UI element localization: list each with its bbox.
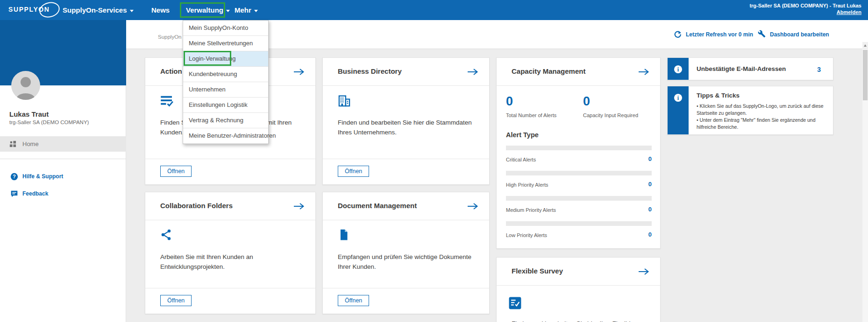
open-button-business-directory[interactable]: Öffnen: [338, 166, 369, 177]
arrow-right-icon[interactable]: [638, 68, 650, 77]
card-title-business-directory: Business Directory: [338, 67, 402, 75]
menu-item-meine-stellvertretungen[interactable]: Meine Stellvertretungen: [183, 36, 268, 51]
scroll-up-arrow-icon: [864, 44, 867, 47]
card-collaboration-folders: Collaboration Folders Arbeiten Sie mit I…: [145, 192, 316, 314]
tips-bullet-2: • Unter dem Eintrag "Mehr" finden Sie er…: [697, 117, 828, 131]
scrollbar-thumb[interactable]: [863, 50, 868, 100]
alert-value-high: 0: [648, 181, 652, 188]
stat-capacity-input-label: Capacity Input Required: [583, 112, 638, 118]
open-button-action-management[interactable]: Öffnen: [160, 166, 192, 177]
alert-value-low: 0: [648, 231, 652, 238]
home-dashboard-icon: [9, 140, 16, 149]
notice-count-badge: 3: [817, 66, 821, 73]
logo-circle: [38, 0, 61, 20]
card-document-management: Document Management Empfangen und prüfen…: [322, 192, 490, 314]
alert-label-medium: Medium Priority Alerts: [506, 207, 556, 213]
menu-item-login-verwaltung[interactable]: Login-Verwaltung: [183, 51, 268, 67]
svg-text:i: i: [677, 66, 679, 73]
svg-text:?: ?: [13, 174, 15, 179]
wrench-icon[interactable]: [758, 30, 766, 40]
arrow-right-icon[interactable]: [638, 268, 650, 277]
card-title-flexible-survey: Flexible Survey: [512, 267, 563, 275]
user-company-name: trg-Saller SA (DEMO COMPANY) - Traut Luk…: [749, 2, 861, 9]
avatar: [11, 71, 40, 100]
tips-bullet-1: • Klicken Sie auf das SupplyOn-Logo, um …: [697, 103, 828, 117]
action-list-check-icon: [160, 94, 174, 110]
arrow-right-icon[interactable]: [467, 68, 479, 77]
chevron-down-icon: [254, 10, 258, 12]
user-info-block: trg-Saller SA (DEMO COMPANY) - Traut Luk…: [749, 2, 861, 15]
card-capacity-management: Capacity Management 0 Total Number of Al…: [496, 57, 661, 249]
open-button-document-management[interactable]: Öffnen: [338, 295, 369, 306]
arrow-right-icon[interactable]: [293, 203, 305, 212]
alert-type-heading: Alert Type: [506, 131, 539, 139]
refresh-icon[interactable]: [674, 30, 682, 40]
notice-tips-and-tricks: i Tipps & Tricks • Klicken Sie auf das S…: [667, 86, 833, 135]
alert-value-critical: 0: [648, 155, 652, 162]
card-title-collaboration-folders: Collaboration Folders: [160, 202, 233, 210]
stat-total-alerts-value: 0: [506, 94, 513, 109]
menu-item-mein-supplyon-konto[interactable]: Mein SupplyOn-Konto: [183, 21, 268, 36]
user-name: Lukas Traut: [9, 110, 49, 118]
supplyon-logo[interactable]: SUPPLYON: [8, 6, 50, 13]
building-icon: [338, 94, 351, 109]
sidebar-item-home[interactable]: Home: [0, 136, 126, 152]
breadcrumb: SupplyOn: [158, 34, 182, 40]
card-description: Finden und bearbeiten Sie hier die Stamm…: [338, 118, 478, 137]
sidebar-item-label: Home: [22, 140, 39, 147]
sidebar-item-label: Feedback: [22, 190, 48, 197]
stat-total-alerts-label: Total Number of Alerts: [506, 112, 556, 118]
alert-bar-high: [506, 171, 652, 175]
alert-value-medium: 0: [648, 206, 652, 213]
menu-item-unternehmen[interactable]: Unternehmen: [183, 82, 268, 98]
share-icon: [160, 229, 172, 243]
logout-link[interactable]: Abmelden: [749, 9, 861, 15]
supplyon-dashboard: SupplyOn Letzter Refresh vor 0 min Dashb…: [0, 0, 868, 322]
nav-supplyon-services[interactable]: SupplyOn-Services: [63, 0, 134, 20]
svg-text:i: i: [677, 95, 679, 101]
feedback-icon: [10, 190, 18, 200]
stat-capacity-input-value: 0: [583, 94, 590, 109]
alert-bar-critical: [506, 146, 652, 150]
alert-label-low: Low Priority Alerts: [506, 232, 547, 238]
menu-item-kundenbetreuung[interactable]: Kundenbetreuung: [183, 67, 268, 82]
verwaltung-dropdown-menu: Mein SupplyOn-Konto Meine Stellvertretun…: [183, 20, 269, 144]
sidebar-item-help-support[interactable]: ? Hilfe & Support: [0, 172, 126, 183]
last-refresh-link[interactable]: Letzter Refresh vor 0 min: [686, 31, 753, 38]
card-description: Empfangen und prüfen Sie wichtige Dokume…: [338, 252, 478, 272]
menu-item-einstellungen-logistik[interactable]: Einstellungen Logistik: [183, 98, 268, 113]
arrow-right-icon[interactable]: [467, 203, 479, 212]
scrollbar-up-button[interactable]: [862, 42, 868, 49]
sidebar-item-feedback[interactable]: Feedback: [0, 189, 126, 200]
notice-unconfirmed-emails[interactable]: i Unbestätigte E-Mail-Adressen 3: [667, 57, 833, 80]
vertical-scrollbar[interactable]: [862, 42, 868, 322]
info-icon: i: [674, 65, 683, 76]
card-flexible-survey: Flexible Survey Finden und bearbeiten Si…: [496, 257, 661, 322]
alert-bar-low: [506, 221, 652, 226]
sidebar: Lukas Traut trg-Saller SA (DEMO COMPANY)…: [0, 20, 126, 322]
nav-mehr[interactable]: Mehr: [235, 0, 258, 20]
arrow-right-icon[interactable]: [293, 68, 305, 77]
card-business-directory: Business Directory Finden und bearbeiten…: [322, 57, 490, 185]
chevron-down-icon: [130, 10, 134, 12]
edit-dashboard-link[interactable]: Dashboard bearbeiten: [770, 31, 829, 38]
menu-item-meine-benutzer-administratoren[interactable]: Meine Benutzer-Administratoren: [183, 128, 268, 144]
help-icon: ?: [10, 173, 18, 182]
menu-item-vertrag-rechnung[interactable]: Vertrag & Rechnung: [183, 113, 268, 128]
card-title-document-management: Document Management: [338, 202, 417, 210]
sidebar-item-label: Hilfe & Support: [22, 173, 63, 180]
tips-title: Tipps & Tricks: [697, 92, 740, 99]
alert-bar-medium: [506, 196, 652, 201]
card-description: Arbeiten Sie mit Ihren Kunden an Entwick…: [160, 252, 300, 272]
user-company: trg-Saller SA (DEMO COMPANY): [9, 119, 89, 125]
open-button-collaboration-folders[interactable]: Öffnen: [160, 295, 192, 306]
alert-label-critical: Critical Alerts: [506, 157, 536, 162]
sidebar-divider: [0, 159, 126, 159]
survey-checklist-icon: [509, 297, 521, 311]
top-navigation-bar: SUPPLYON SupplyOn-Services News Verwaltu…: [0, 0, 868, 20]
verwaltung-highlight-box: [180, 2, 225, 18]
card-description: Finden und bearbeiten Sie hier Ihre Flex…: [512, 319, 652, 322]
notice-title: Unbestätigte E-Mail-Adressen: [697, 65, 786, 72]
nav-news[interactable]: News: [151, 0, 170, 20]
alert-label-high: High Priority Alerts: [506, 182, 548, 188]
